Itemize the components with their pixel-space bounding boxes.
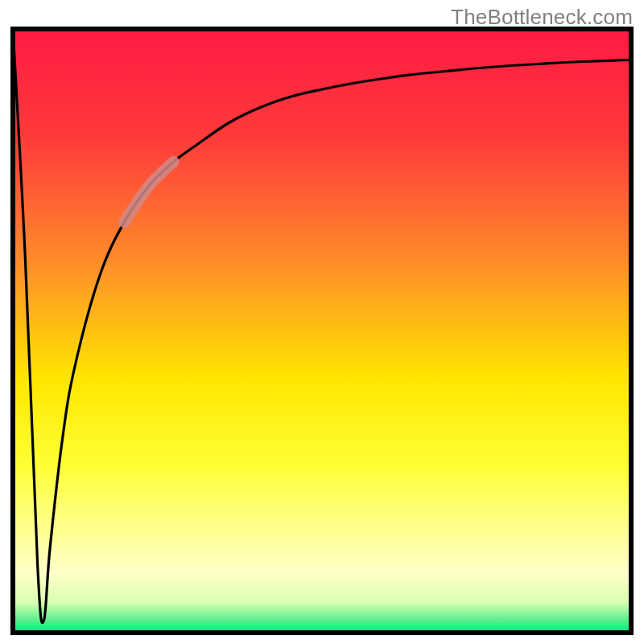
plot-background [13, 29, 631, 633]
watermark-label: TheBottleneck.com [451, 5, 633, 30]
chart-stage: TheBottleneck.com [0, 0, 644, 644]
bottleneck-chart [0, 0, 644, 644]
